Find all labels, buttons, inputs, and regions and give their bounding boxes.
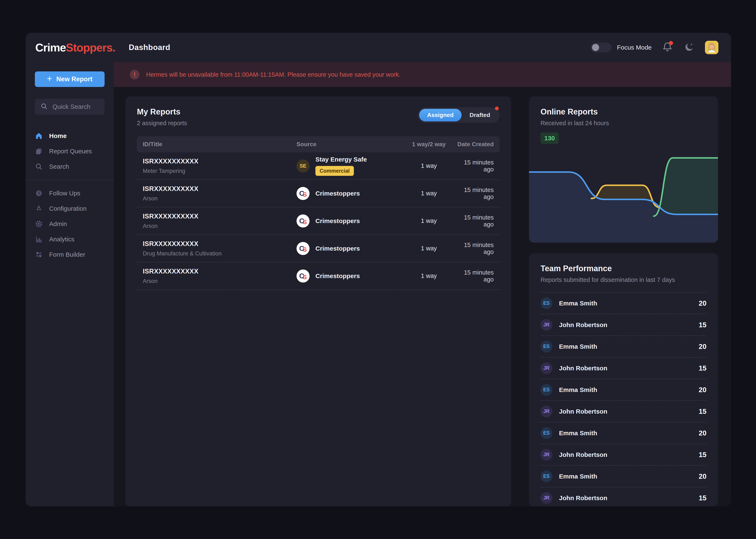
tab-drafted[interactable]: Drafted: [461, 109, 498, 121]
sidebar-item-form-builder[interactable]: Form Builder: [35, 247, 104, 262]
sidebar-item-follow-ups[interactable]: Follow Ups: [35, 186, 104, 201]
team-member-row: ESEmma Smith20: [540, 293, 707, 314]
drafted-notification-dot: [495, 107, 499, 110]
quick-search-input[interactable]: Quick Search: [35, 99, 104, 115]
column-date-created: Date Created: [452, 141, 500, 148]
member-report-count: 20: [699, 343, 707, 350]
source-name: Crimestoppers: [315, 272, 360, 279]
member-avatar: JR: [540, 449, 552, 461]
new-report-label: New Report: [56, 75, 93, 83]
reports-tab-group: Assigned Drafted: [418, 107, 500, 123]
member-avatar: JR: [540, 406, 552, 418]
team-member-row: ESEmma Smith20: [540, 379, 707, 401]
moon-icon: [684, 42, 694, 53]
sidebar-nav-secondary: Follow UpsConfigurationAdminAnalyticsFor…: [35, 186, 104, 262]
alert-banner: ! Hermes will be unavailable from 11:00A…: [114, 62, 731, 87]
member-report-count: 15: [699, 494, 707, 502]
focus-mode-control: Focus Mode: [590, 42, 652, 52]
team-list: ESEmma Smith20JRJohn Robertson15ESEmma S…: [540, 293, 707, 506]
sidebar-item-label: Follow Ups: [49, 190, 80, 197]
grid-icon: [35, 251, 43, 259]
member-name: John Robertson: [559, 495, 607, 501]
notification-dot: [669, 41, 673, 45]
table-row[interactable]: ISRXXXXXXXXXXDrug Manufacture & Cultivat…: [137, 235, 500, 262]
main-area: ! Hermes will be unavailable from 11:00A…: [114, 62, 731, 506]
new-report-button[interactable]: + New Report: [35, 71, 104, 87]
sidebar-item-label: Configuration: [49, 205, 87, 212]
dark-mode-button[interactable]: [683, 41, 695, 53]
user-avatar[interactable]: [705, 41, 719, 54]
member-avatar: ES: [540, 384, 552, 396]
report-way: 1 way: [405, 217, 452, 224]
table-row[interactable]: ISRXXXXXXXXXXArsonCSCrimestoppers1 way15…: [137, 262, 500, 290]
home-icon: [35, 132, 43, 140]
online-reports-card: Online Reports Received in last 24 hours…: [529, 96, 718, 243]
search-icon: [35, 163, 43, 171]
report-date-created: 15 minutes ago: [452, 187, 500, 200]
top-bar: CrimeStoppers. Dashboard Focus Mode: [26, 33, 731, 62]
report-category: Drug Manufacture & Cultivation: [143, 250, 297, 257]
source-name: Stay Energy Safe: [315, 156, 367, 163]
member-name: John Robertson: [559, 408, 607, 415]
member-report-count: 15: [699, 364, 707, 372]
member-avatar: JR: [540, 492, 552, 504]
column-id-title: ID/Title: [137, 141, 297, 148]
focus-mode-toggle[interactable]: [590, 42, 611, 52]
tab-assigned[interactable]: Assigned: [419, 109, 461, 121]
team-member-row: JRJohn Robertson15: [540, 401, 707, 423]
clock-icon: [35, 189, 43, 197]
sidebar-item-admin[interactable]: Admin: [35, 216, 104, 231]
reports-table: ID/Title Source 1 way/2 way Date Created…: [137, 136, 500, 290]
table-row[interactable]: ISRXXXXXXXXXXArsonCSCrimestoppers1 way15…: [137, 180, 500, 207]
quick-search-placeholder: Quick Search: [52, 103, 90, 110]
content: My Reports 2 assigned reports Assigned D…: [125, 96, 718, 506]
my-reports-title: My Reports: [137, 107, 187, 116]
online-reports-title: Online Reports: [540, 107, 707, 116]
member-avatar: ES: [540, 471, 552, 482]
report-date-created: 15 minutes ago: [452, 269, 500, 283]
crimestoppers-logo: CrimeStoppers.: [35, 41, 115, 54]
sidebar-item-search[interactable]: Search: [35, 159, 104, 174]
report-way: 1 way: [405, 190, 452, 197]
report-way: 1 way: [405, 245, 452, 252]
notifications-button[interactable]: [661, 41, 673, 53]
team-member-row: JRJohn Robertson15: [540, 444, 707, 466]
team-member-row: ESEmma Smith20: [540, 336, 707, 357]
app-window: CrimeStoppers. Dashboard Focus Mode: [26, 33, 731, 506]
team-member-row: ESEmma Smith20: [540, 423, 707, 444]
sidebar-item-label: Admin: [49, 220, 67, 227]
sidebar-item-report-queues[interactable]: Report Queues: [35, 143, 104, 159]
online-reports-chart: [529, 154, 718, 243]
gear-icon: [35, 220, 43, 228]
sidebar-item-analytics[interactable]: Analytics: [35, 231, 104, 247]
table-body: ISRXXXXXXXXXXMeter TamperingSEStay Energ…: [137, 152, 500, 290]
source-name: Crimestoppers: [315, 217, 360, 225]
source-avatar-se: SE: [297, 159, 309, 173]
sidebar-item-label: Analytics: [49, 236, 74, 243]
member-name: John Robertson: [559, 451, 607, 458]
sidebar-item-label: Form Builder: [49, 251, 85, 258]
team-member-row: ESEmma Smith20: [540, 466, 707, 487]
report-way: 1 way: [405, 272, 452, 279]
focus-mode-label: Focus Mode: [617, 44, 652, 51]
my-reports-card: My Reports 2 assigned reports Assigned D…: [125, 96, 511, 506]
member-avatar: ES: [540, 297, 552, 309]
sidebar-item-label: Home: [49, 132, 67, 139]
report-id: ISRXXXXXXXXXX: [143, 185, 297, 193]
report-id: ISRXXXXXXXXXX: [143, 240, 297, 248]
config-icon: [35, 204, 43, 212]
table-row[interactable]: ISRXXXXXXXXXXMeter TamperingSEStay Energ…: [137, 152, 500, 180]
sidebar-item-configuration[interactable]: Configuration: [35, 201, 104, 216]
report-date-created: 15 minutes ago: [452, 242, 500, 256]
member-avatar: ES: [540, 341, 552, 352]
member-report-count: 15: [699, 451, 707, 459]
source-avatar-crimestoppers: CS: [297, 270, 309, 282]
table-row[interactable]: ISRXXXXXXXXXXArsonCSCrimestoppers1 way15…: [137, 207, 500, 235]
report-way: 1 way: [405, 162, 452, 169]
member-report-count: 20: [699, 472, 707, 480]
report-id: ISRXXXXXXXXXX: [143, 268, 297, 275]
queues-icon: [35, 147, 43, 155]
online-reports-subtitle: Received in last 24 hours: [540, 120, 707, 127]
sidebar-item-home[interactable]: Home: [35, 128, 104, 143]
page-title: Dashboard: [129, 43, 170, 52]
